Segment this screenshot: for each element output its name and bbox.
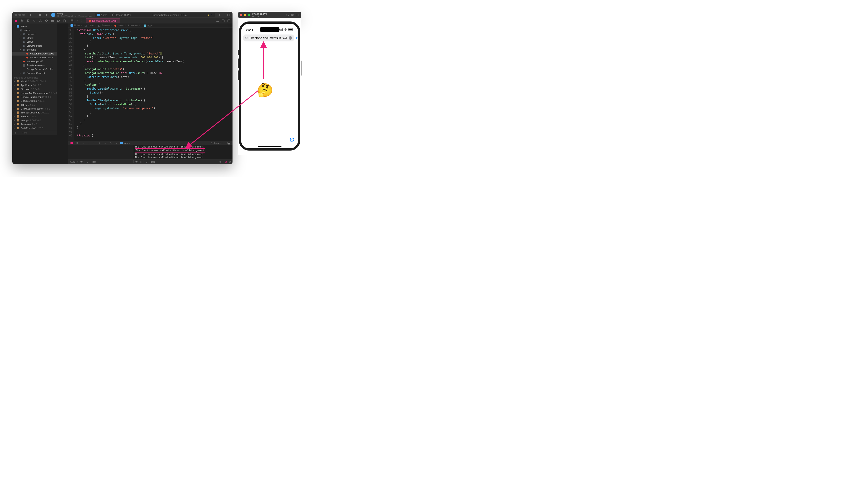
adjust-editor-icon[interactable] bbox=[222, 19, 225, 22]
stop-icon[interactable] bbox=[38, 13, 41, 17]
play-icon[interactable] bbox=[45, 13, 49, 17]
tree-row[interactable]: ▸AppCheck10.19.0 bbox=[12, 83, 57, 87]
tree-row[interactable]: Assets.xcassets bbox=[12, 63, 57, 67]
tree-row[interactable]: ▸InteropForGoogle100.0.0 bbox=[12, 111, 57, 115]
sim-titlebar: iPhone 15 Pro iOS 17.4 bbox=[238, 12, 301, 18]
traffic-lights[interactable] bbox=[14, 14, 25, 16]
memory-graph-icon[interactable]: ⚭ bbox=[103, 142, 106, 145]
tree-row[interactable]: ▸▤Preview Content bbox=[12, 71, 57, 75]
scheme-selector[interactable]: Notes #1 · Add "Notes for iOS" sample ap… bbox=[52, 12, 92, 17]
issue-nav-icon[interactable] bbox=[39, 19, 42, 22]
tree-row[interactable]: ▸abseil1.2024011601.1 bbox=[12, 80, 57, 83]
app-icon bbox=[52, 13, 55, 17]
code-text[interactable]: extension NotesListScreen: View { var bo… bbox=[74, 28, 232, 141]
tree-row[interactable]: ▸▤Views bbox=[12, 40, 57, 44]
tree-row[interactable]: ▸GoogleUtilities7.13.1 bbox=[12, 99, 57, 103]
step-out-icon[interactable]: ↑ bbox=[92, 142, 95, 145]
project-nav-icon[interactable] bbox=[14, 19, 18, 22]
add-icon[interactable]: ＋ bbox=[14, 131, 17, 134]
svg-point-7 bbox=[33, 20, 35, 21]
debug-area: The function was called with an invalid … bbox=[68, 145, 232, 159]
tree-row[interactable]: ▾▤Notes bbox=[12, 28, 57, 32]
traffic-lights[interactable] bbox=[240, 14, 250, 16]
search-field[interactable]: ✕ bbox=[243, 34, 294, 41]
filter-icon bbox=[86, 160, 88, 163]
step-over-icon[interactable]: ⤼ bbox=[81, 142, 84, 145]
tree-row[interactable]: ▸▤ViewModifiers bbox=[12, 44, 57, 48]
tree-row[interactable]: ⬢NotesApp.swift bbox=[12, 59, 57, 63]
find-nav-icon[interactable] bbox=[33, 19, 36, 22]
tree-row[interactable]: ▸GTMSessionFetcher3.4.1 bbox=[12, 107, 57, 111]
add-editor-icon[interactable] bbox=[227, 19, 230, 22]
tree-row[interactable]: ▸▤Model bbox=[12, 36, 57, 40]
bookmark-nav-icon[interactable] bbox=[27, 19, 30, 22]
tree-row[interactable]: ▸SwiftProtobuf1.26.0 bbox=[12, 126, 57, 130]
related-items-icon[interactable] bbox=[70, 19, 73, 22]
tab-active[interactable]: ⬢ NotesListScreen.swift bbox=[86, 18, 120, 23]
console-filter-input[interactable] bbox=[149, 160, 217, 163]
cellular-icon bbox=[280, 28, 283, 31]
code-area[interactable]: 3536373839404142434445464748495051525354… bbox=[68, 28, 232, 141]
variables-filter-input[interactable] bbox=[90, 160, 132, 163]
tree-row[interactable]: ⬢NotesListScreen.swift bbox=[12, 52, 57, 56]
debug-nav-icon[interactable] bbox=[51, 19, 54, 22]
rotate-icon[interactable] bbox=[296, 13, 299, 17]
iphone-screen[interactable]: 09:41 ✕ Cancel bbox=[239, 22, 300, 151]
screenshot-icon[interactable] bbox=[291, 13, 294, 17]
pause-icon[interactable] bbox=[75, 142, 78, 145]
step-into-icon[interactable]: ↓ bbox=[87, 142, 90, 145]
tree-row[interactable]: ▸GoogleDataTransport9.4.0 bbox=[12, 95, 57, 99]
console-pane-icon[interactable] bbox=[228, 160, 231, 163]
eye-icon[interactable]: 👁 bbox=[135, 160, 138, 163]
plus-icon[interactable] bbox=[218, 13, 221, 17]
search-input[interactable] bbox=[249, 36, 288, 40]
view-debug-icon[interactable]: ❖ bbox=[98, 142, 101, 145]
nav-toggle-icon[interactable] bbox=[28, 13, 31, 17]
home-icon[interactable] bbox=[286, 13, 289, 17]
tree-row[interactable]: ▸nanopb2.30910.0 bbox=[12, 118, 57, 122]
back-icon[interactable]: 〈 bbox=[76, 19, 79, 22]
tree-row[interactable]: ▸GoogleAppMeasurement10.24.0 bbox=[12, 91, 57, 95]
toggle-debug-area-icon[interactable] bbox=[227, 142, 230, 145]
tree-row[interactable]: ▸gRPC1.62.2 bbox=[12, 103, 57, 107]
tree-row[interactable]: ▸Firebase10.24.0 bbox=[12, 87, 57, 91]
env-override-icon[interactable]: ⚙ bbox=[109, 142, 112, 145]
tab-bar: 〈 〉 ⬢ NotesListScreen.swift bbox=[68, 18, 232, 24]
build-status: Running Notes on iPhone 15 Pro bbox=[135, 14, 203, 16]
navigator-filter-input[interactable] bbox=[21, 131, 52, 134]
compose-icon[interactable] bbox=[290, 138, 294, 142]
svg-rect-1 bbox=[39, 14, 41, 16]
vars-pane-icon[interactable] bbox=[225, 160, 227, 163]
svg-rect-24 bbox=[297, 14, 299, 16]
test-nav-icon[interactable] bbox=[45, 19, 48, 22]
tree-row[interactable]: ▾Notes bbox=[12, 24, 57, 28]
clear-icon[interactable]: ✕ bbox=[289, 36, 292, 40]
breakpoint-toggle-icon[interactable] bbox=[70, 142, 73, 144]
eye-icon[interactable]: 👁 bbox=[80, 160, 83, 163]
location-icon[interactable]: ➤ bbox=[115, 142, 118, 145]
auto-label[interactable]: Auto bbox=[70, 160, 75, 163]
jump-bar[interactable]: Notes 〉 ▤ Notes 〉 ▤ Screens 〉 ⬢ NotesLis… bbox=[68, 24, 232, 28]
breakpoint-nav-icon[interactable] bbox=[57, 19, 60, 22]
editor-options-icon[interactable] bbox=[216, 19, 219, 22]
report-nav-icon[interactable] bbox=[63, 19, 66, 22]
trash-icon[interactable] bbox=[219, 160, 221, 163]
activity-bar[interactable]: Notes 〉 iPhone 15 Pro Running Notes on i… bbox=[95, 12, 215, 17]
sim-sub: iOS 17.4 bbox=[252, 15, 267, 17]
inspector-toggle-icon[interactable] bbox=[227, 13, 230, 17]
debug-footer: Auto ◊ 👁 👁 ≡ bbox=[68, 159, 232, 164]
console-output[interactable]: The function was called with an invalid … bbox=[133, 145, 232, 159]
source-control-nav-icon[interactable] bbox=[21, 19, 24, 22]
tree-row[interactable]: ▸leveldb1.22.5 bbox=[12, 115, 57, 118]
project-tree[interactable]: ▾Notes ▾▤Notes ▸▤Services ▸▤Model ▸▤View… bbox=[12, 24, 57, 130]
variables-view[interactable] bbox=[68, 145, 133, 159]
tree-row[interactable]: ⬢NoteEditScreen.swift bbox=[12, 56, 57, 59]
run-device: iPhone 15 Pro bbox=[116, 14, 131, 16]
tree-row[interactable]: ≡GoogleService-Info.plist bbox=[12, 67, 57, 71]
tree-row[interactable]: ▾▤Screens bbox=[12, 48, 57, 52]
tree-row[interactable]: ▸▤Services bbox=[12, 32, 57, 36]
tree-row[interactable]: ▸Promises2.4.0 bbox=[12, 122, 57, 126]
metrics-icon[interactable]: ≡ bbox=[140, 160, 142, 163]
cancel-button[interactable]: Cancel bbox=[296, 36, 300, 40]
forward-icon[interactable]: 〉 bbox=[81, 19, 84, 22]
